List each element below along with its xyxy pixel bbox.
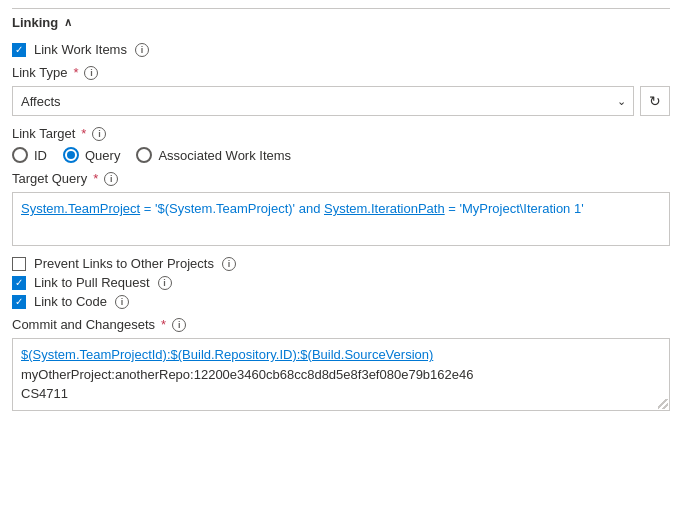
link-pull-request-info-icon[interactable]: i — [158, 276, 172, 290]
link-work-items-row: Link Work Items i — [12, 42, 670, 57]
query-text-team-project: System.TeamProject — [21, 201, 140, 216]
link-code-info-icon[interactable]: i — [115, 295, 129, 309]
link-work-items-info-icon[interactable]: i — [135, 43, 149, 57]
prevent-links-label: Prevent Links to Other Projects — [34, 256, 214, 271]
link-type-label: Link Type — [12, 65, 67, 80]
target-query-field-row: Target Query * i — [12, 171, 670, 186]
link-pull-request-label: Link to Pull Request — [34, 275, 150, 290]
link-code-row: Link to Code i — [12, 294, 670, 309]
radio-associated[interactable]: Associated Work Items — [136, 147, 291, 163]
link-target-radio-group: ID Query Associated Work Items — [12, 147, 670, 163]
linking-section-header: Linking ∧ — [12, 8, 670, 30]
collapse-icon[interactable]: ∧ — [64, 16, 72, 29]
radio-query[interactable]: Query — [63, 147, 120, 163]
radio-id[interactable]: ID — [12, 147, 47, 163]
link-pull-request-checkbox[interactable] — [12, 276, 26, 290]
target-query-info-icon[interactable]: i — [104, 172, 118, 186]
link-target-info-icon[interactable]: i — [92, 127, 106, 141]
radio-associated-outer[interactable] — [136, 147, 152, 163]
query-text-end: = 'MyProject\Iteration 1' — [445, 201, 584, 216]
target-query-required: * — [93, 171, 98, 186]
link-type-select-wrapper: Affects Child Parent Related ⌄ — [12, 86, 634, 116]
radio-query-inner — [67, 151, 75, 159]
section-title: Linking — [12, 15, 58, 30]
radio-associated-label: Associated Work Items — [158, 148, 291, 163]
target-query-container: System.TeamProject = '$(System.TeamProje… — [12, 192, 670, 246]
target-query-textarea[interactable]: System.TeamProject = '$(System.TeamProje… — [12, 192, 670, 246]
resize-handle[interactable] — [658, 399, 668, 409]
link-type-required: * — [73, 65, 78, 80]
commit-line3: CS4711 — [21, 386, 68, 401]
link-type-select[interactable]: Affects Child Parent Related — [12, 86, 634, 116]
radio-query-outer[interactable] — [63, 147, 79, 163]
link-work-items-checkbox[interactable] — [12, 43, 26, 57]
commit-changesets-required: * — [161, 317, 166, 332]
prevent-links-info-icon[interactable]: i — [222, 257, 236, 271]
commit-changesets-textarea[interactable]: $(System.TeamProjectId):$(Build.Reposito… — [12, 338, 670, 411]
commit-changesets-container: $(System.TeamProjectId):$(Build.Reposito… — [12, 338, 670, 411]
commit-changesets-field-row: Commit and Changesets * i — [12, 317, 670, 332]
link-target-required: * — [81, 126, 86, 141]
commit-line1: $(System.TeamProjectId):$(Build.Reposito… — [21, 347, 433, 362]
link-type-input-row: Affects Child Parent Related ⌄ ↻ — [12, 86, 670, 116]
target-query-label: Target Query — [12, 171, 87, 186]
link-work-items-label: Link Work Items — [34, 42, 127, 57]
refresh-button[interactable]: ↻ — [640, 86, 670, 116]
link-type-info-icon[interactable]: i — [84, 66, 98, 80]
link-code-label: Link to Code — [34, 294, 107, 309]
radio-query-label: Query — [85, 148, 120, 163]
radio-id-label: ID — [34, 148, 47, 163]
commit-changesets-label: Commit and Changesets — [12, 317, 155, 332]
commit-changesets-info-icon[interactable]: i — [172, 318, 186, 332]
link-pull-request-row: Link to Pull Request i — [12, 275, 670, 290]
commit-line2: myOtherProject:anotherRepo:12200e3460cb6… — [21, 367, 473, 382]
refresh-icon: ↻ — [649, 93, 661, 109]
radio-id-outer[interactable] — [12, 147, 28, 163]
query-text-iteration-path: System.IterationPath — [324, 201, 445, 216]
link-code-checkbox[interactable] — [12, 295, 26, 309]
link-target-field-row: Link Target * i — [12, 126, 670, 141]
prevent-links-row: Prevent Links to Other Projects i — [12, 256, 670, 271]
query-text-mid: = '$(System.TeamProject)' and — [140, 201, 324, 216]
link-target-label: Link Target — [12, 126, 75, 141]
prevent-links-checkbox[interactable] — [12, 257, 26, 271]
link-type-field-row: Link Type * i — [12, 65, 670, 80]
